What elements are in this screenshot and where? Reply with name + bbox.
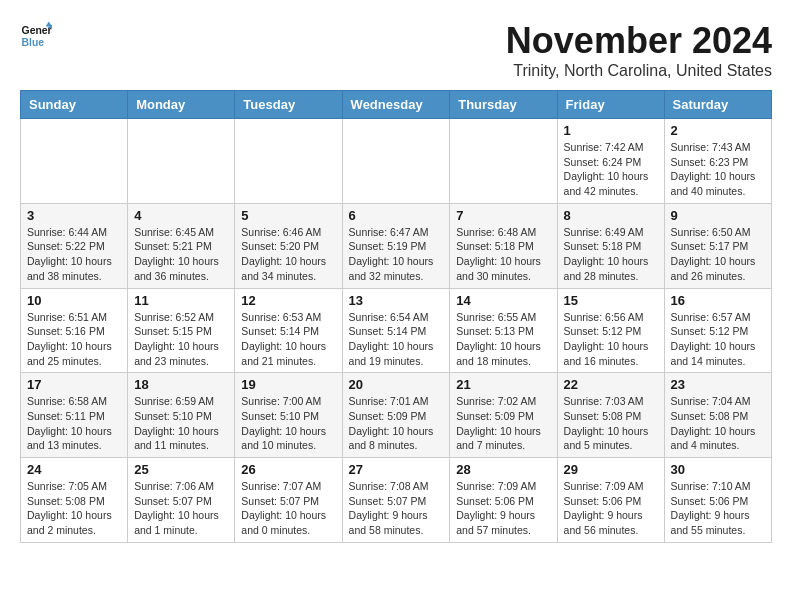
day-number: 18 [134, 377, 228, 392]
calendar-cell: 3Sunrise: 6:44 AM Sunset: 5:22 PM Daylig… [21, 203, 128, 288]
day-number: 24 [27, 462, 121, 477]
calendar-cell: 18Sunrise: 6:59 AM Sunset: 5:10 PM Dayli… [128, 373, 235, 458]
day-number: 14 [456, 293, 550, 308]
day-number: 3 [27, 208, 121, 223]
calendar-cell: 29Sunrise: 7:09 AM Sunset: 5:06 PM Dayli… [557, 458, 664, 543]
calendar-week-row: 24Sunrise: 7:05 AM Sunset: 5:08 PM Dayli… [21, 458, 772, 543]
day-info: Sunrise: 6:46 AM Sunset: 5:20 PM Dayligh… [241, 225, 335, 284]
day-number: 6 [349, 208, 444, 223]
day-number: 19 [241, 377, 335, 392]
day-info: Sunrise: 7:04 AM Sunset: 5:08 PM Dayligh… [671, 394, 765, 453]
day-number: 11 [134, 293, 228, 308]
month-title: November 2024 [506, 20, 772, 62]
weekday-header-tuesday: Tuesday [235, 91, 342, 119]
calendar-cell: 30Sunrise: 7:10 AM Sunset: 5:06 PM Dayli… [664, 458, 771, 543]
day-number: 30 [671, 462, 765, 477]
calendar-cell [128, 119, 235, 204]
weekday-header-monday: Monday [128, 91, 235, 119]
day-number: 13 [349, 293, 444, 308]
day-info: Sunrise: 6:48 AM Sunset: 5:18 PM Dayligh… [456, 225, 550, 284]
calendar-cell: 26Sunrise: 7:07 AM Sunset: 5:07 PM Dayli… [235, 458, 342, 543]
day-info: Sunrise: 6:53 AM Sunset: 5:14 PM Dayligh… [241, 310, 335, 369]
calendar-cell: 25Sunrise: 7:06 AM Sunset: 5:07 PM Dayli… [128, 458, 235, 543]
day-info: Sunrise: 7:02 AM Sunset: 5:09 PM Dayligh… [456, 394, 550, 453]
page-header: General Blue November 2024 Trinity, Nort… [20, 20, 772, 80]
calendar-cell: 14Sunrise: 6:55 AM Sunset: 5:13 PM Dayli… [450, 288, 557, 373]
calendar-week-row: 3Sunrise: 6:44 AM Sunset: 5:22 PM Daylig… [21, 203, 772, 288]
day-number: 26 [241, 462, 335, 477]
weekday-header-thursday: Thursday [450, 91, 557, 119]
day-info: Sunrise: 6:56 AM Sunset: 5:12 PM Dayligh… [564, 310, 658, 369]
day-info: Sunrise: 7:42 AM Sunset: 6:24 PM Dayligh… [564, 140, 658, 199]
day-info: Sunrise: 7:09 AM Sunset: 5:06 PM Dayligh… [456, 479, 550, 538]
calendar-cell: 13Sunrise: 6:54 AM Sunset: 5:14 PM Dayli… [342, 288, 450, 373]
day-info: Sunrise: 7:43 AM Sunset: 6:23 PM Dayligh… [671, 140, 765, 199]
day-number: 10 [27, 293, 121, 308]
calendar-cell: 23Sunrise: 7:04 AM Sunset: 5:08 PM Dayli… [664, 373, 771, 458]
day-info: Sunrise: 6:49 AM Sunset: 5:18 PM Dayligh… [564, 225, 658, 284]
calendar-cell: 24Sunrise: 7:05 AM Sunset: 5:08 PM Dayli… [21, 458, 128, 543]
day-info: Sunrise: 7:08 AM Sunset: 5:07 PM Dayligh… [349, 479, 444, 538]
calendar-cell: 21Sunrise: 7:02 AM Sunset: 5:09 PM Dayli… [450, 373, 557, 458]
calendar-cell: 22Sunrise: 7:03 AM Sunset: 5:08 PM Dayli… [557, 373, 664, 458]
calendar-table: SundayMondayTuesdayWednesdayThursdayFrid… [20, 90, 772, 543]
calendar-cell: 8Sunrise: 6:49 AM Sunset: 5:18 PM Daylig… [557, 203, 664, 288]
calendar-week-row: 1Sunrise: 7:42 AM Sunset: 6:24 PM Daylig… [21, 119, 772, 204]
calendar-cell: 1Sunrise: 7:42 AM Sunset: 6:24 PM Daylig… [557, 119, 664, 204]
day-info: Sunrise: 7:07 AM Sunset: 5:07 PM Dayligh… [241, 479, 335, 538]
day-number: 22 [564, 377, 658, 392]
calendar-cell: 27Sunrise: 7:08 AM Sunset: 5:07 PM Dayli… [342, 458, 450, 543]
day-info: Sunrise: 6:54 AM Sunset: 5:14 PM Dayligh… [349, 310, 444, 369]
day-number: 28 [456, 462, 550, 477]
day-info: Sunrise: 7:09 AM Sunset: 5:06 PM Dayligh… [564, 479, 658, 538]
calendar-week-row: 10Sunrise: 6:51 AM Sunset: 5:16 PM Dayli… [21, 288, 772, 373]
day-number: 5 [241, 208, 335, 223]
calendar-cell: 10Sunrise: 6:51 AM Sunset: 5:16 PM Dayli… [21, 288, 128, 373]
calendar-cell: 9Sunrise: 6:50 AM Sunset: 5:17 PM Daylig… [664, 203, 771, 288]
calendar-week-row: 17Sunrise: 6:58 AM Sunset: 5:11 PM Dayli… [21, 373, 772, 458]
svg-text:Blue: Blue [22, 37, 45, 48]
weekday-header-friday: Friday [557, 91, 664, 119]
day-number: 4 [134, 208, 228, 223]
calendar-cell: 12Sunrise: 6:53 AM Sunset: 5:14 PM Dayli… [235, 288, 342, 373]
weekday-header-wednesday: Wednesday [342, 91, 450, 119]
day-info: Sunrise: 7:05 AM Sunset: 5:08 PM Dayligh… [27, 479, 121, 538]
day-info: Sunrise: 6:45 AM Sunset: 5:21 PM Dayligh… [134, 225, 228, 284]
calendar-cell: 7Sunrise: 6:48 AM Sunset: 5:18 PM Daylig… [450, 203, 557, 288]
day-number: 25 [134, 462, 228, 477]
logo: General Blue [20, 20, 52, 52]
day-info: Sunrise: 6:51 AM Sunset: 5:16 PM Dayligh… [27, 310, 121, 369]
day-number: 16 [671, 293, 765, 308]
day-info: Sunrise: 7:00 AM Sunset: 5:10 PM Dayligh… [241, 394, 335, 453]
calendar-cell [235, 119, 342, 204]
svg-text:General: General [22, 25, 52, 36]
calendar-cell [342, 119, 450, 204]
calendar-cell: 15Sunrise: 6:56 AM Sunset: 5:12 PM Dayli… [557, 288, 664, 373]
calendar-cell: 16Sunrise: 6:57 AM Sunset: 5:12 PM Dayli… [664, 288, 771, 373]
day-number: 23 [671, 377, 765, 392]
day-number: 12 [241, 293, 335, 308]
day-info: Sunrise: 6:57 AM Sunset: 5:12 PM Dayligh… [671, 310, 765, 369]
day-number: 2 [671, 123, 765, 138]
calendar-cell: 19Sunrise: 7:00 AM Sunset: 5:10 PM Dayli… [235, 373, 342, 458]
calendar-cell: 4Sunrise: 6:45 AM Sunset: 5:21 PM Daylig… [128, 203, 235, 288]
day-number: 29 [564, 462, 658, 477]
day-number: 20 [349, 377, 444, 392]
day-info: Sunrise: 7:10 AM Sunset: 5:06 PM Dayligh… [671, 479, 765, 538]
calendar-cell: 6Sunrise: 6:47 AM Sunset: 5:19 PM Daylig… [342, 203, 450, 288]
title-section: November 2024 Trinity, North Carolina, U… [506, 20, 772, 80]
calendar-cell [21, 119, 128, 204]
calendar-cell: 5Sunrise: 6:46 AM Sunset: 5:20 PM Daylig… [235, 203, 342, 288]
day-number: 17 [27, 377, 121, 392]
day-info: Sunrise: 7:06 AM Sunset: 5:07 PM Dayligh… [134, 479, 228, 538]
weekday-header-sunday: Sunday [21, 91, 128, 119]
day-number: 21 [456, 377, 550, 392]
day-info: Sunrise: 6:55 AM Sunset: 5:13 PM Dayligh… [456, 310, 550, 369]
day-info: Sunrise: 6:59 AM Sunset: 5:10 PM Dayligh… [134, 394, 228, 453]
calendar-cell: 28Sunrise: 7:09 AM Sunset: 5:06 PM Dayli… [450, 458, 557, 543]
day-info: Sunrise: 7:03 AM Sunset: 5:08 PM Dayligh… [564, 394, 658, 453]
day-number: 7 [456, 208, 550, 223]
logo-icon: General Blue [20, 20, 52, 52]
day-number: 15 [564, 293, 658, 308]
day-info: Sunrise: 6:47 AM Sunset: 5:19 PM Dayligh… [349, 225, 444, 284]
